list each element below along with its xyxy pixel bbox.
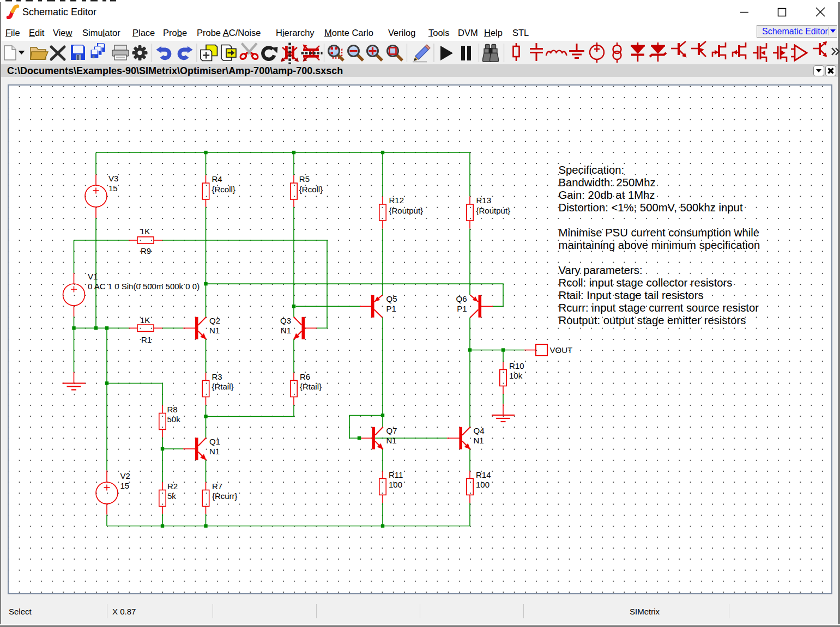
svg-text:Rcoll: input stage collector r: Rcoll: input stage collector resistors (559, 277, 733, 289)
svg-text:R11: R11 (389, 470, 403, 479)
svg-text:15: 15 (108, 184, 118, 193)
svg-text:10k: 10k (509, 371, 523, 380)
svg-text:Distortion: <1%; 500mV, 500khz: Distortion: <1%; 500mV, 500khz input (559, 202, 743, 214)
svg-text:N1: N1 (474, 436, 484, 445)
svg-text:100: 100 (389, 480, 402, 489)
svg-text:V2: V2 (120, 471, 130, 480)
svg-text:Q1: Q1 (209, 437, 220, 446)
svg-text:R8: R8 (167, 405, 178, 414)
svg-text:Q3: Q3 (280, 316, 291, 325)
svg-text:Q5: Q5 (386, 294, 397, 303)
svg-text:R6: R6 (300, 372, 310, 381)
svg-text:{Routput}: {Routput} (476, 206, 511, 215)
svg-text:R4: R4 (212, 174, 222, 184)
svg-text:R1: R1 (141, 335, 152, 344)
svg-text:1K: 1K (140, 227, 150, 236)
svg-text:{Rtail}: {Rtail} (300, 382, 322, 391)
svg-text:maintaining above minimum spec: maintaining above minimum specification (559, 239, 760, 251)
svg-text:15: 15 (120, 481, 130, 490)
svg-text:V1: V1 (88, 272, 98, 281)
svg-text:Bandwidth: 250Mhz: Bandwidth: 250Mhz (559, 176, 656, 188)
svg-text:{Routput}: {Routput} (389, 206, 424, 215)
svg-text:Minimise PSU current consumpti: Minimise PSU current consumption while (559, 227, 760, 239)
svg-text:Q2: Q2 (209, 316, 220, 325)
svg-text:100: 100 (476, 480, 490, 489)
svg-text:Rtail: Input stage tail resist: Rtail: Input stage tail resistors (559, 289, 704, 301)
svg-text:{Rcurr}: {Rcurr} (212, 491, 238, 501)
svg-text:Q4: Q4 (474, 426, 485, 435)
svg-text:1K: 1K (140, 315, 150, 325)
svg-text:{Rcoll}: {Rcoll} (212, 185, 235, 194)
svg-text:50k: 50k (167, 415, 181, 424)
svg-text:Specification:: Specification: (559, 164, 625, 176)
svg-text:VOUT: VOUT (550, 345, 573, 355)
svg-text:P1: P1 (457, 304, 467, 313)
svg-text:{Rtail}: {Rtail} (212, 382, 234, 391)
svg-text:N1: N1 (209, 326, 220, 335)
svg-text:R7: R7 (212, 482, 222, 491)
svg-text:R5: R5 (299, 174, 310, 184)
svg-text:Q7: Q7 (386, 426, 397, 435)
svg-text:R13: R13 (476, 196, 492, 205)
svg-text:R3: R3 (212, 372, 222, 381)
svg-text:Routput: output stage emitter: Routput: output stage emitter resistors (559, 314, 746, 326)
svg-text:N1: N1 (386, 436, 397, 445)
svg-text:V3: V3 (108, 174, 118, 183)
svg-text:R12: R12 (389, 196, 404, 205)
svg-text:R10: R10 (509, 361, 524, 370)
svg-text:R2: R2 (167, 482, 178, 491)
svg-text:N1: N1 (209, 447, 220, 456)
svg-text:P1: P1 (386, 304, 396, 313)
svg-text:Rcurr: input stage current sou: Rcurr: input stage current source resist… (559, 302, 759, 314)
svg-text:0 AC 1 0 Sin(0 500m 500k 0 0): 0 AC 1 0 Sin(0 500m 500k 0 0) (88, 282, 200, 291)
svg-text:5k: 5k (167, 491, 176, 501)
svg-text:Vary parameters:: Vary parameters: (559, 264, 643, 276)
svg-text:R14: R14 (476, 470, 491, 479)
svg-text:N1: N1 (281, 326, 291, 335)
svg-text:R9: R9 (141, 246, 151, 255)
svg-text:Gain: 20db at 1Mhz: Gain: 20db at 1Mhz (559, 189, 655, 201)
svg-text:{Rcoll}: {Rcoll} (299, 185, 323, 194)
svg-text:Q6: Q6 (456, 294, 467, 303)
